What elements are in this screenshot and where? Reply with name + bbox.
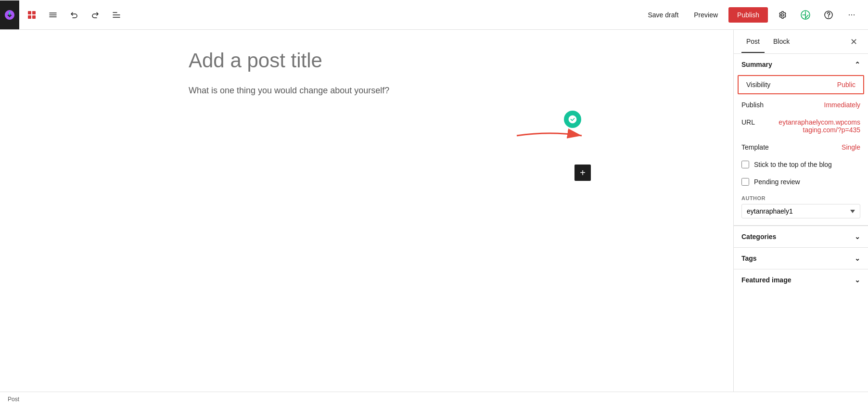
tools-button[interactable]	[44, 6, 62, 24]
sidebar: Post Block ✕ Summary ⌃ Visibility Public…	[733, 30, 868, 392]
stick-top-label[interactable]: Stick to the top of the blog	[754, 161, 832, 168]
help-button[interactable]	[820, 6, 837, 24]
publish-label: Publish	[741, 101, 764, 109]
author-select[interactable]: eytanraphaely1	[741, 204, 860, 218]
template-label: Template	[741, 143, 769, 151]
visibility-label: Visibility	[746, 81, 770, 89]
tab-block[interactable]: Block	[768, 31, 794, 53]
svg-rect-2	[28, 15, 31, 19]
stick-top-checkbox[interactable]	[741, 161, 749, 168]
wp-logo	[0, 0, 19, 29]
categories-label: Categories	[741, 233, 776, 241]
jetpack-button[interactable]	[797, 6, 814, 24]
add-block-toolbar-button[interactable]	[23, 6, 40, 24]
editor-area: What is one thing you would change about…	[0, 30, 733, 392]
template-value[interactable]: Single	[842, 143, 860, 151]
tags-section[interactable]: Tags ⌄	[734, 247, 868, 269]
sidebar-header: Post Block ✕	[734, 30, 868, 54]
pending-review-row: Pending review	[734, 173, 868, 190]
save-draft-button[interactable]: Save draft	[643, 8, 683, 22]
svg-rect-0	[28, 11, 31, 14]
author-section: AUTHOR eytanraphaely1	[734, 190, 868, 225]
redo-button[interactable]	[87, 6, 104, 24]
pending-review-label[interactable]: Pending review	[754, 178, 800, 186]
template-row: Template Single	[734, 139, 868, 156]
status-bar: Post	[0, 392, 868, 406]
visibility-value[interactable]: Public	[837, 81, 855, 89]
add-block-button[interactable]: +	[574, 165, 591, 181]
categories-chevron-icon: ⌄	[855, 233, 860, 241]
categories-section[interactable]: Categories ⌄	[734, 226, 868, 247]
sidebar-close-button[interactable]: ✕	[847, 35, 860, 49]
summary-section: Summary ⌃ Visibility Public Publish Imme…	[734, 54, 868, 226]
undo-button[interactable]	[65, 6, 83, 24]
tab-post[interactable]: Post	[741, 31, 765, 53]
svg-rect-1	[32, 11, 36, 14]
post-body-text: What is one thing you would change about…	[189, 84, 545, 98]
grammarly-icon[interactable]	[564, 111, 581, 128]
svg-rect-3	[32, 15, 36, 19]
url-label: URL	[741, 118, 755, 126]
summary-section-header[interactable]: Summary ⌃	[734, 54, 868, 75]
stick-top-row: Stick to the top of the blog	[734, 156, 868, 173]
publish-value[interactable]: Immediately	[824, 101, 860, 109]
tags-label: Tags	[741, 254, 757, 262]
preview-button[interactable]: Preview	[689, 8, 723, 22]
featured-image-section[interactable]: Featured image ⌄	[734, 269, 868, 291]
toolbar: Save draft Preview Publish	[0, 0, 868, 30]
visibility-row: Visibility Public	[738, 75, 864, 94]
status-text: Post	[8, 396, 19, 403]
pending-review-checkbox[interactable]	[741, 178, 749, 186]
featured-image-label: Featured image	[741, 276, 791, 284]
toolbar-right: Save draft Preview Publish	[643, 6, 860, 24]
more-menu-button[interactable]	[843, 6, 860, 24]
main-layout: What is one thing you would change about…	[0, 30, 868, 392]
post-title-input[interactable]	[189, 49, 545, 72]
summary-chevron-icon: ⌃	[855, 61, 860, 68]
url-value[interactable]: eytanraphaelycom.wpcomstaging.com/?p=435	[779, 118, 860, 134]
author-label: AUTHOR	[741, 195, 860, 201]
editor-content: What is one thing you would change about…	[189, 49, 545, 98]
publish-row: Publish Immediately	[734, 96, 868, 114]
red-arrow	[512, 126, 589, 145]
publish-button[interactable]: Publish	[728, 7, 768, 23]
toolbar-left	[23, 6, 125, 24]
featured-image-chevron-icon: ⌄	[855, 276, 860, 284]
summary-label: Summary	[741, 61, 772, 68]
url-row: URL eytanraphaelycom.wpcomstaging.com/?p…	[734, 114, 868, 139]
tags-chevron-icon: ⌄	[855, 254, 860, 262]
settings-button[interactable]	[774, 6, 791, 24]
document-overview-button[interactable]	[108, 6, 125, 24]
